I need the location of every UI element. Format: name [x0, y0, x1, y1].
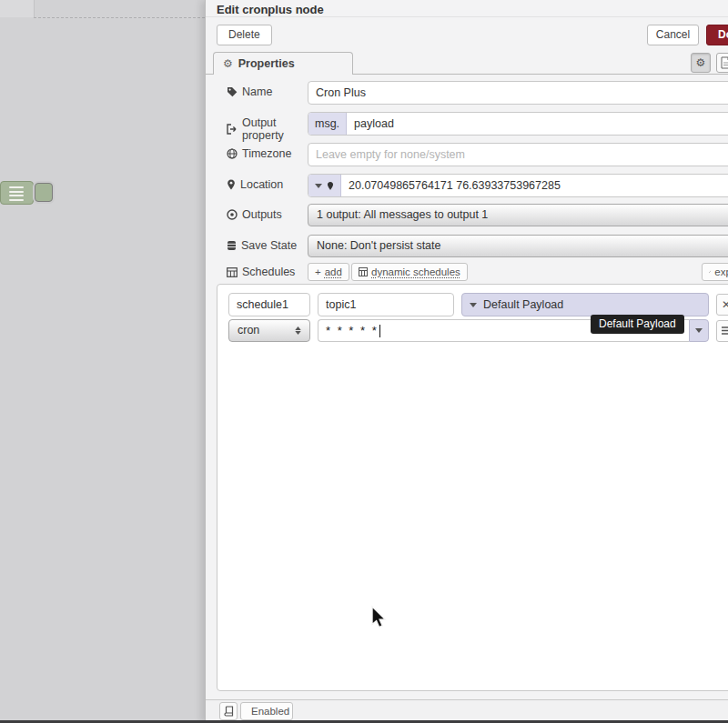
tag-icon — [227, 86, 238, 97]
add-schedule-button[interactable]: +add — [308, 263, 349, 281]
gear-icon: ⚙ — [223, 57, 233, 70]
location-type-button[interactable] — [308, 175, 341, 196]
docs-button[interactable] — [219, 702, 238, 720]
expand-schedules-button[interactable]: expand — [702, 263, 728, 281]
location-input[interactable] — [341, 175, 728, 196]
edit-dialog: Edit cronplus node Delete Cancel Done ⚙P… — [205, 0, 728, 723]
schedule-type-select[interactable]: cron — [228, 319, 310, 342]
output-property-label: Output property — [227, 116, 318, 142]
outputs-select[interactable]: 1 output: All messages to output 1 — [308, 204, 728, 226]
close-icon: ✕ — [722, 298, 728, 311]
description-view-button[interactable] — [716, 53, 728, 73]
enabled-toggle-button[interactable]: Enabled — [240, 702, 293, 720]
list-icon — [9, 186, 24, 203]
tab-properties[interactable]: ⚙Properties — [213, 52, 353, 75]
name-label: Name — [227, 85, 318, 98]
schedule-list-container — [217, 284, 728, 691]
gear-icon: ⚙ — [696, 56, 706, 69]
payload-type-dropdown[interactable]: Default Payload — [461, 293, 709, 316]
node-action-button[interactable] — [35, 183, 53, 202]
expand-icon — [709, 267, 711, 276]
output-property-typedinput[interactable]: msg. — [308, 112, 728, 136]
caret-down-icon — [315, 184, 322, 188]
outputs-label: Outputs — [227, 208, 318, 221]
done-button[interactable]: Done — [706, 25, 728, 45]
workspace-dashed-line — [34, 17, 205, 18]
header-divider — [206, 16, 728, 17]
name-input[interactable] — [308, 81, 728, 105]
delete-button[interactable]: Delete — [217, 25, 272, 45]
globe-icon — [227, 148, 238, 159]
database-icon — [227, 240, 237, 251]
cronplus-node[interactable] — [0, 181, 34, 205]
location-label: Location — [227, 178, 318, 191]
map-marker-icon — [227, 179, 236, 190]
typedinput-type-button[interactable]: msg. — [308, 113, 347, 135]
book-icon — [224, 706, 234, 717]
stepper-icon — [295, 326, 301, 335]
tab-label: Properties — [238, 57, 295, 70]
timezone-label: Timezone — [227, 147, 318, 160]
table-icon — [227, 267, 238, 277]
timezone-input[interactable] — [308, 143, 728, 166]
schedule-menu-button[interactable] — [716, 320, 728, 342]
tooltip: Default Payload — [591, 315, 684, 334]
sign-out-icon — [227, 124, 238, 135]
save-state-label: Save State — [227, 239, 318, 252]
cancel-button[interactable]: Cancel — [647, 25, 699, 45]
schedule-name-input[interactable] — [228, 293, 310, 316]
dialog-title: Edit cronplus node — [217, 3, 324, 16]
workspace-region — [0, 0, 35, 17]
menu-icon — [722, 326, 728, 335]
grid-icon — [359, 267, 368, 276]
doc-icon — [721, 56, 728, 69]
save-state-select[interactable]: None: Don't persist state — [308, 235, 728, 257]
plus-icon: + — [315, 264, 321, 280]
node-red-editor: Edit cronplus node Delete Cancel Done ⚙P… — [0, 0, 728, 723]
remove-schedule-button[interactable]: ✕ — [716, 294, 728, 316]
map-pin-icon — [327, 181, 334, 191]
expression-options-button[interactable] — [689, 319, 709, 342]
location-typedinput[interactable] — [308, 174, 728, 197]
caret-down-icon — [695, 328, 703, 333]
schedules-label: Schedules — [227, 266, 318, 278]
caret-down-icon — [470, 303, 477, 307]
properties-view-button[interactable]: ⚙ — [691, 53, 711, 73]
dynamic-schedules-button[interactable]: dynamic schedules — [351, 263, 468, 281]
output-property-input[interactable] — [347, 113, 728, 135]
text-caret — [379, 325, 380, 337]
dot-circle-icon — [227, 209, 238, 220]
schedule-topic-input[interactable] — [318, 293, 454, 316]
